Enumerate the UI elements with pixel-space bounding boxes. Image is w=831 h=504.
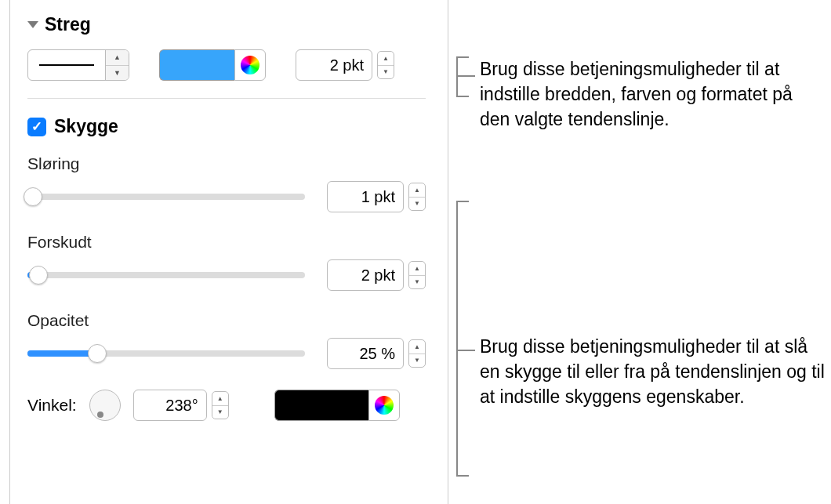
skygge-label: Skygge [54,116,118,137]
shadow-color-picker-button[interactable] [368,390,400,421]
inspector-panel: Streg ▲ ▼ 2 pkt ▲ ▼ [9,0,448,504]
line-style-select[interactable]: ▲ ▼ [27,49,129,81]
chevron-up-icon[interactable]: ▲ [378,52,394,66]
stroke-color-picker-button[interactable] [234,49,266,81]
line-icon [39,64,94,66]
vinkel-label: Vinkel: [27,396,77,415]
forskudt-row: Forskudt 2 pkt ▲ ▼ [27,233,426,291]
disclosure-triangle-icon[interactable] [27,21,38,28]
sloring-field[interactable]: 1 pkt [327,181,404,212]
shadow-color-group [274,390,400,421]
opacitet-field[interactable]: 25 % [327,338,404,369]
chevron-down-icon[interactable]: ▼ [378,66,394,79]
forskudt-label: Forskudt [27,233,426,252]
line-style-preview [28,64,105,66]
annotation-bottom: Brug disse betjeningsmuligheder til at s… [480,334,825,410]
vinkel-field[interactable]: 238° [133,390,207,421]
skygge-checkbox[interactable]: ✓ [27,118,46,136]
forskudt-field[interactable]: 2 pkt [327,259,404,291]
callout-bracket-top [456,56,458,97]
callout-bracket-bottom [456,201,458,477]
stroke-width-field-group: 2 pkt ▲ ▼ [296,49,394,81]
opacitet-row: Opacitet 25 % ▲ ▼ [27,311,426,369]
opacitet-label: Opacitet [27,311,426,330]
chevron-down-icon[interactable]: ▼ [409,354,425,368]
sloring-label: Sløring [27,154,426,173]
divider [27,98,426,99]
line-style-stepper[interactable]: ▲ ▼ [105,50,129,80]
forskudt-slider[interactable] [27,272,305,278]
color-wheel-icon [375,396,394,415]
checkmark-icon: ✓ [31,118,42,135]
sloring-row: Sløring 1 pkt ▲ ▼ [27,154,426,212]
chevron-up-icon[interactable]: ▲ [409,262,425,276]
streg-section-header[interactable]: Streg [27,14,426,35]
stroke-color-group [159,49,266,81]
streg-controls-row: ▲ ▼ 2 pkt ▲ ▼ [27,49,426,81]
angle-indicator-icon [97,412,103,418]
slider-thumb[interactable] [29,266,48,285]
chevron-down-icon[interactable]: ▼ [409,276,425,289]
opacitet-slider[interactable] [27,350,305,357]
shadow-color-swatch[interactable] [274,390,368,421]
slider-thumb[interactable] [88,344,107,363]
chevron-up-icon[interactable]: ▲ [212,392,228,406]
opacitet-stepper[interactable]: ▲ ▼ [408,339,426,368]
vinkel-row: Vinkel: 238° ▲ ▼ [27,390,426,421]
streg-title: Streg [45,14,91,35]
slider-fill [27,350,97,357]
slider-thumb[interactable] [24,187,42,206]
color-wheel-icon [241,56,259,74]
chevron-up-icon[interactable]: ▲ [106,50,129,66]
vinkel-stepper[interactable]: ▲ ▼ [212,391,229,419]
stroke-color-swatch[interactable] [159,49,234,81]
chevron-down-icon[interactable]: ▼ [212,406,228,419]
angle-dial[interactable] [89,390,121,421]
chevron-down-icon[interactable]: ▼ [409,198,425,211]
skygge-checkbox-row[interactable]: ✓ Skygge [27,116,426,137]
stroke-width-stepper[interactable]: ▲ ▼ [377,51,394,79]
stroke-width-field[interactable]: 2 pkt [296,49,372,81]
chevron-up-icon[interactable]: ▲ [409,340,425,354]
sloring-slider[interactable] [27,194,305,200]
forskudt-stepper[interactable]: ▲ ▼ [408,261,426,289]
chevron-down-icon[interactable]: ▼ [106,66,129,81]
annotation-top: Brug disse betjeningsmuligheder til at i… [480,56,825,132]
chevron-up-icon[interactable]: ▲ [409,183,425,198]
sloring-stepper[interactable]: ▲ ▼ [408,183,426,211]
